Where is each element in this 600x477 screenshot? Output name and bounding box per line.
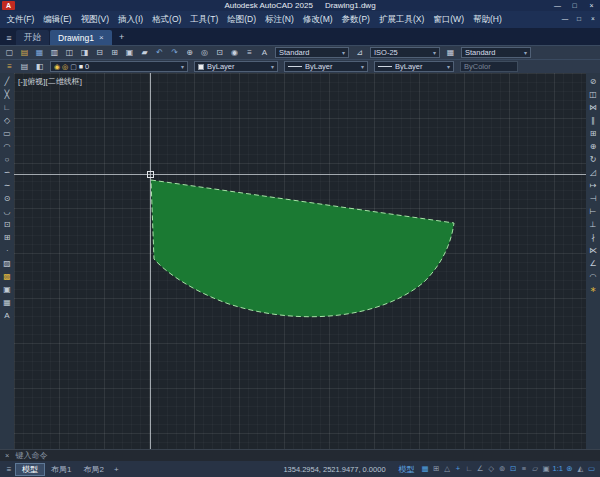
scale-icon[interactable]: ◿ [587, 167, 599, 179]
file-tabs-menu-icon[interactable]: ≡ [2, 30, 16, 45]
join-icon[interactable]: ⋉ [587, 245, 599, 257]
dim-style-dropdown[interactable]: ISO-25 ▾ [370, 47, 440, 58]
ortho-icon[interactable]: ∟ [464, 465, 475, 473]
polygon-icon[interactable]: ◇ [1, 115, 13, 127]
doc-restore-button[interactable]: □ [572, 11, 586, 28]
tab-start[interactable]: 开始 [16, 30, 49, 45]
annotation-scale-icon[interactable]: 1:1 [552, 465, 564, 473]
trim-icon[interactable]: ⊣ [587, 193, 599, 205]
viewport-controls[interactable]: [-][俯视][二维线框] [18, 76, 82, 87]
rotate-icon[interactable]: ↻ [587, 154, 599, 166]
menu-view[interactable]: 视图(V) [76, 11, 113, 28]
clean-screen-icon[interactable]: ▭ [586, 465, 597, 473]
menu-dimension[interactable]: 标注(N) [261, 11, 299, 28]
infer-constraints-icon[interactable]: △ [442, 465, 453, 473]
point-icon[interactable]: ∙ [1, 245, 13, 257]
command-line[interactable]: × 键入命令 [0, 449, 600, 461]
close-tab-icon[interactable]: × [99, 33, 104, 42]
polar-tracking-icon[interactable]: ∠ [475, 465, 486, 473]
stretch-icon[interactable]: ↦ [587, 180, 599, 192]
break-at-point-icon[interactable]: ⊥ [587, 219, 599, 231]
match-properties-icon[interactable]: ▰ [137, 47, 152, 59]
undo-icon[interactable]: ↶ [152, 47, 167, 59]
copy-icon[interactable]: ◫ [587, 89, 599, 101]
grid-icon[interactable]: ▦ [420, 465, 431, 473]
plot-icon[interactable]: ▥ [47, 47, 62, 59]
new-layout-button[interactable]: + [110, 465, 123, 474]
workspace-switching-icon[interactable]: ⊛ [564, 465, 575, 473]
snap-icon[interactable]: ⊞ [431, 465, 442, 473]
linetype-dropdown[interactable]: ByLayer ▾ [284, 61, 368, 72]
publish-icon[interactable]: ◨ [77, 47, 92, 59]
menu-tools[interactable]: 工具(T) [186, 11, 223, 28]
menu-insert[interactable]: 插入(I) [114, 11, 148, 28]
tab-drawing1[interactable]: Drawing1 × [50, 30, 112, 45]
layout-tabs-menu-icon[interactable]: ≡ [3, 465, 15, 474]
model-tab[interactable]: 模型 [15, 463, 45, 476]
object-color-dropdown[interactable]: ByLayer ▾ [194, 61, 278, 72]
paste-icon[interactable]: ▣ [122, 47, 137, 59]
create-block-icon[interactable]: ⊞ [1, 232, 13, 244]
drawing-canvas[interactable]: [-][俯视][二维线框] [14, 73, 586, 449]
minimize-button[interactable]: — [549, 0, 566, 11]
model-space-toggle[interactable]: 模型 [394, 464, 420, 475]
open-icon[interactable]: ▤ [17, 47, 32, 59]
multiline-text-icon[interactable]: A [1, 310, 13, 322]
selected-hatch-polyline[interactable] [151, 180, 454, 317]
maximize-button[interactable]: □ [566, 0, 583, 11]
fillet-icon[interactable]: ◠ [587, 271, 599, 283]
properties-icon[interactable]: ≡ [242, 47, 257, 59]
table-style-dropdown[interactable]: Standard ▾ [461, 47, 531, 58]
annotation-monitor-icon[interactable]: ◭ [575, 465, 586, 473]
cut-icon[interactable]: ⊟ [92, 47, 107, 59]
zoom-realtime-icon[interactable]: ◎ [197, 47, 212, 59]
doc-minimize-button[interactable]: — [558, 11, 572, 28]
text-style-dropdown[interactable]: Standard ▾ [275, 47, 349, 58]
lineweight-display-icon[interactable]: ≡ [519, 465, 530, 473]
menu-express-tools[interactable]: 扩展工具(X) [374, 11, 428, 28]
layer-states-icon[interactable]: ▤ [17, 61, 32, 73]
layout1-tab[interactable]: 布局1 [45, 463, 77, 476]
menu-window[interactable]: 窗口(W) [429, 11, 469, 28]
menu-modify[interactable]: 修改(M) [298, 11, 337, 28]
doc-close-button[interactable]: × [586, 11, 600, 28]
hatch-icon[interactable]: ▨ [1, 258, 13, 270]
redo-icon[interactable]: ↷ [167, 47, 182, 59]
zoom-window-icon[interactable]: ⊡ [212, 47, 227, 59]
explode-icon[interactable]: ∗ [587, 284, 599, 296]
object-snap-icon[interactable]: ⊡ [508, 465, 519, 473]
mirror-icon[interactable]: ⋈ [587, 102, 599, 114]
construction-line-icon[interactable]: ╳ [1, 89, 13, 101]
menu-draw[interactable]: 绘图(D) [223, 11, 261, 28]
arc-icon[interactable]: ◠ [1, 141, 13, 153]
close-button[interactable]: × [583, 0, 600, 11]
polyline-icon[interactable]: ∟ [1, 102, 13, 114]
break-icon[interactable]: ∤ [587, 232, 599, 244]
isodraft-icon[interactable]: ◇ [486, 465, 497, 473]
new-drawing-tab-button[interactable]: + [116, 31, 128, 43]
dynamic-input-icon[interactable]: + [453, 465, 464, 473]
table-icon[interactable]: ▦ [1, 297, 13, 309]
gradient-icon[interactable]: ▩ [1, 271, 13, 283]
erase-icon[interactable]: ⊘ [587, 76, 599, 88]
object-snap-tracking-icon[interactable]: ⊚ [497, 465, 508, 473]
pan-icon[interactable]: ⊕ [182, 47, 197, 59]
zoom-previous-icon[interactable]: ◉ [227, 47, 242, 59]
layer-isolate-icon[interactable]: ◧ [32, 61, 47, 73]
menu-parametric[interactable]: 参数(P) [337, 11, 374, 28]
command-close-icon[interactable]: × [5, 452, 9, 460]
selection-cycling-icon[interactable]: ▣ [541, 465, 552, 473]
transparency-icon[interactable]: ▱ [530, 465, 541, 473]
copy-clip-icon[interactable]: ⊞ [107, 47, 122, 59]
save-icon[interactable]: ▦ [32, 47, 47, 59]
layer-properties-icon[interactable]: ≡ [2, 61, 17, 73]
lineweight-dropdown[interactable]: ByLayer ▾ [374, 61, 454, 72]
ellipse-icon[interactable]: ⊙ [1, 193, 13, 205]
array-icon[interactable]: ⊞ [587, 128, 599, 140]
chamfer-icon[interactable]: ∠ [587, 258, 599, 270]
line-icon[interactable]: ╱ [1, 76, 13, 88]
menu-file[interactable]: 文件(F) [2, 11, 39, 28]
command-prompt[interactable]: 键入命令 [15, 450, 47, 461]
insert-block-icon[interactable]: ⊡ [1, 219, 13, 231]
revision-cloud-icon[interactable]: ∽ [1, 167, 13, 179]
